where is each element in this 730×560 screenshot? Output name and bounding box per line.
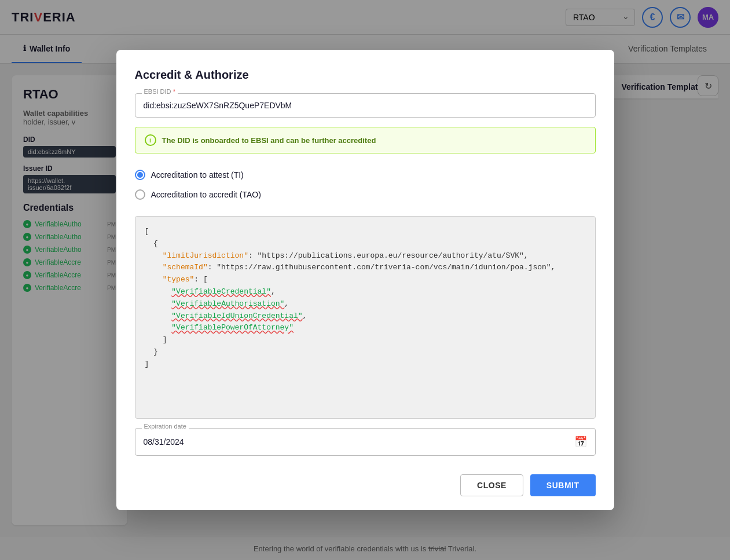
modal-title: Accredit & Authorize — [135, 68, 596, 82]
info-message: The DID is onboarded to EBSI and can be … — [162, 136, 376, 145]
ebsi-did-label: EBSI DID — [142, 88, 178, 95]
expiration-date-value: 08/31/2024 — [144, 437, 184, 446]
modal-overlay: Accredit & Authorize EBSI DID i The DID … — [0, 0, 730, 560]
accreditation-type-radio-group: Accreditation to attest (TI) Accreditati… — [135, 165, 596, 204]
radio-attest-label: Accreditation to attest (TI) — [151, 170, 244, 180]
calendar-icon: 📅 — [574, 435, 587, 448]
radio-accredit-label: Accreditation to accredit (TAO) — [151, 190, 261, 199]
submit-button[interactable]: SUBMIT — [530, 474, 596, 496]
modal-footer: CLOSE SUBMIT — [135, 470, 596, 496]
radio-attest-circle[interactable] — [135, 170, 145, 180]
radio-accredit-circle[interactable] — [135, 189, 145, 200]
expiration-date-label: Expiration date — [142, 423, 189, 430]
ebsi-did-input[interactable] — [135, 93, 596, 118]
accredit-authorize-modal: Accredit & Authorize EBSI DID i The DID … — [116, 50, 614, 510]
close-button[interactable]: CLOSE — [460, 474, 523, 496]
radio-attest[interactable]: Accreditation to attest (TI) — [135, 165, 596, 185]
info-circle-icon: i — [145, 134, 156, 146]
expiration-date-input[interactable]: 08/31/2024 📅 — [135, 428, 596, 456]
radio-accredit[interactable]: Accreditation to accredit (TAO) — [135, 185, 596, 204]
json-editor[interactable]: [ { "limitJurisdiction": "https://public… — [135, 216, 596, 419]
expiration-date-field-wrapper: Expiration date 08/31/2024 📅 — [135, 428, 596, 456]
info-banner: i The DID is onboarded to EBSI and can b… — [135, 127, 596, 153]
ebsi-did-field-wrapper: EBSI DID — [135, 93, 596, 118]
